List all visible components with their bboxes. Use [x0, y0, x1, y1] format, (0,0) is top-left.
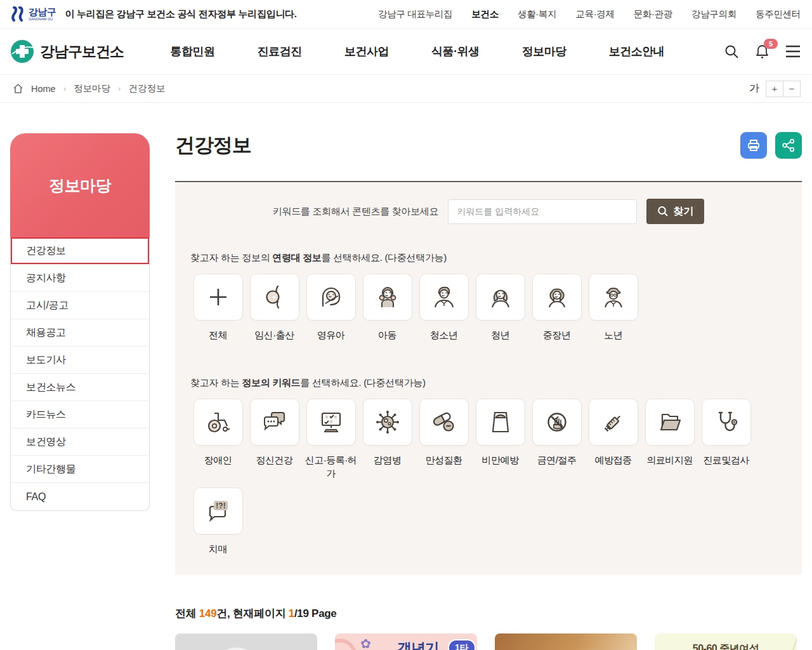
dementia-bubble-icon: !?!: [204, 497, 232, 525]
wheelchair-icon: [204, 408, 232, 436]
hamburger-menu-icon[interactable]: [785, 45, 801, 58]
keyword-filter-tiles: 장애인 정신건강 신고·등록·허가 감염병: [190, 399, 802, 563]
main-header: 강남구보건소 통합민원 진료검진 보건사업 식품·위생 정보마당 보건소안내 5: [0, 29, 812, 74]
nav-health-programs[interactable]: 보건사업: [344, 44, 389, 59]
breadcrumb-home[interactable]: Home: [31, 84, 56, 94]
keyword-search-input[interactable]: [448, 199, 637, 224]
keyword-tile-obesity-prevention[interactable]: [476, 399, 525, 446]
sidebar-item-card-news[interactable]: 카드뉴스: [11, 401, 149, 428]
nav-center-guide[interactable]: 보건소안내: [609, 44, 665, 59]
main-content: 건강정보 키워드를 조회해서 콘텐츠를 찾아보세요 찾기 찾고자 하는 정보의 …: [175, 132, 802, 650]
keyword-search-button[interactable]: 찾기: [646, 199, 704, 224]
results-current-page: 1: [289, 607, 294, 620]
site-name: 강남구보건소: [40, 42, 124, 62]
notification-bell-icon[interactable]: 5: [754, 44, 770, 60]
scale-icon: [487, 408, 514, 436]
content-card[interactable]: [495, 633, 637, 650]
health-info-filter-panel: 키워드를 조회해서 콘텐츠를 찾아보세요 찾기 찾고자 하는 정보의 연령대 정…: [175, 181, 802, 574]
sidebar-item-publications[interactable]: 기타간행물: [11, 456, 149, 483]
keyword-tile-chronic-disease[interactable]: [419, 399, 469, 446]
child-icon: [374, 283, 402, 311]
print-button[interactable]: [740, 132, 767, 159]
keyword-tile-report-register[interactable]: [306, 399, 356, 446]
keyword-tile-disabled[interactable]: [193, 399, 243, 446]
content-card[interactable]: [175, 633, 317, 650]
nav-medical-exams[interactable]: 진료검진: [258, 44, 302, 59]
keyword-tile-vaccination[interactable]: [589, 399, 638, 446]
breadcrumb: Home › 정보마당 › 건강정보: [13, 83, 165, 95]
age-filter-label: 찾고자 하는 정보의 연령대 정보를 선택하세요. (다중선택가능): [190, 252, 802, 264]
age-tile-child[interactable]: [363, 274, 412, 321]
keyword-tile-mental-health[interactable]: [250, 399, 299, 446]
age-tile-young-adult[interactable]: [476, 274, 525, 321]
sidebar-item-health-info[interactable]: 건강정보: [11, 237, 149, 265]
sidebar-item-announcements[interactable]: 고시/공고: [11, 292, 149, 319]
pills-icon: [430, 408, 458, 436]
card-thumbnail-decoration: [212, 647, 261, 650]
content-card[interactable]: ✿ 갱년기 1타: [335, 633, 477, 650]
age-tile-middle-aged[interactable]: [532, 274, 582, 321]
card-badge: 1타: [448, 639, 476, 650]
site-tagline: 이 누리집은 강남구 보건소 공식 전자정부 누리집입니다.: [65, 8, 297, 20]
nav-food-hygiene[interactable]: 식품·위생: [431, 44, 480, 59]
utility-bar: 강남구 GANGNAM GU 이 누리집은 강남구 보건소 공식 전자정부 누리…: [0, 0, 812, 29]
card-thumbnail-decoration: [335, 639, 357, 650]
results-total: 149: [199, 607, 216, 620]
sidebar-item-health-videos[interactable]: 보건영상: [11, 428, 149, 456]
age-tile-teen[interactable]: [419, 274, 469, 321]
topbar-link-culture-tourism[interactable]: 문화·관광: [634, 8, 672, 20]
teen-icon: [430, 283, 458, 311]
topbar-link-council[interactable]: 강남구의회: [691, 8, 737, 20]
nav-civil-services[interactable]: 통합민원: [171, 44, 215, 59]
keyword-filter-label: 찾고자 하는 정보의 키워드를 선택하세요. (다중선택가능): [190, 377, 802, 389]
sidebar-item-faq[interactable]: FAQ: [11, 483, 149, 510]
infant-icon-tile[interactable]: [306, 274, 356, 321]
topbar-link-health-center[interactable]: 보건소: [471, 8, 499, 20]
keyword-tile-medical-cost-support[interactable]: [645, 399, 695, 446]
content-card[interactable]: 50-60 중년여성: [655, 633, 797, 650]
topbar-link-gangnam-main[interactable]: 강남구 대표누리집: [378, 8, 452, 20]
font-increase-button[interactable]: +: [766, 81, 783, 97]
sidebar-item-job-postings[interactable]: 채용공고: [11, 319, 149, 347]
content-card-list: ✿ 갱년기 1타 50-60 중년여성: [175, 633, 802, 650]
share-button[interactable]: [775, 132, 802, 159]
keyword-tile-dementia[interactable]: !?!: [193, 488, 243, 534]
folder-icon: [656, 408, 684, 436]
nav-info-plaza[interactable]: 정보마당: [522, 44, 566, 59]
pregnancy-icon: [261, 283, 289, 311]
sidebar-title: 정보마당: [10, 133, 150, 237]
age-tile-pregnancy[interactable]: [250, 274, 299, 321]
sidebar-item-notices[interactable]: 공지사항: [11, 265, 149, 292]
infant-icon: [317, 283, 345, 311]
age-tile-senior[interactable]: [589, 274, 638, 321]
page-title: 건강정보: [175, 132, 251, 159]
keyword-search-label: 키워드를 조회해서 콘텐츠를 찾아보세요: [273, 206, 439, 218]
card-title: 50-60 중년여성: [655, 642, 797, 650]
young-adult-icon: [487, 283, 514, 311]
font-decrease-button[interactable]: −: [783, 81, 801, 97]
site-logo[interactable]: 강남구보건소: [10, 39, 124, 63]
chat-bubbles-icon: [261, 408, 289, 436]
search-icon[interactable]: [724, 44, 739, 59]
monitor-checklist-icon: [317, 408, 345, 436]
gangnam-gu-logo-subtext: GANGNAM GU: [29, 18, 56, 22]
plus-icon: [204, 283, 232, 311]
family-site-links: 강남구 대표누리집 보건소 생활·복지 교육·경제 문화·관광 강남구의회 동주…: [359, 8, 801, 20]
keyword-tile-infectious-disease[interactable]: [363, 399, 412, 446]
age-tile-all[interactable]: [193, 274, 243, 321]
keyword-tile-exam-treatment[interactable]: [702, 399, 751, 446]
sidebar-item-center-news[interactable]: 보건소뉴스: [11, 374, 149, 401]
topbar-link-community-center[interactable]: 동주민센터: [756, 8, 801, 20]
topbar-link-life-welfare[interactable]: 생활·복지: [518, 8, 556, 20]
breadcrumb-separator: ›: [118, 84, 121, 93]
keyword-tile-no-smoking-drinking[interactable]: [532, 399, 582, 446]
topbar-link-edu-economy[interactable]: 교육·경제: [575, 8, 614, 20]
home-icon[interactable]: [13, 83, 23, 94]
gangnam-gu-logo-text: 강남구: [29, 7, 56, 17]
syringe-icon: [599, 408, 627, 436]
gangnam-gu-logo-icon: [10, 6, 25, 22]
gangnam-gu-logo[interactable]: 강남구 GANGNAM GU: [10, 6, 56, 22]
sidebar-item-press[interactable]: 보도기사: [11, 347, 149, 374]
breadcrumb-current: 건강정보: [128, 83, 165, 95]
breadcrumb-info-plaza[interactable]: 정보마당: [74, 83, 110, 95]
